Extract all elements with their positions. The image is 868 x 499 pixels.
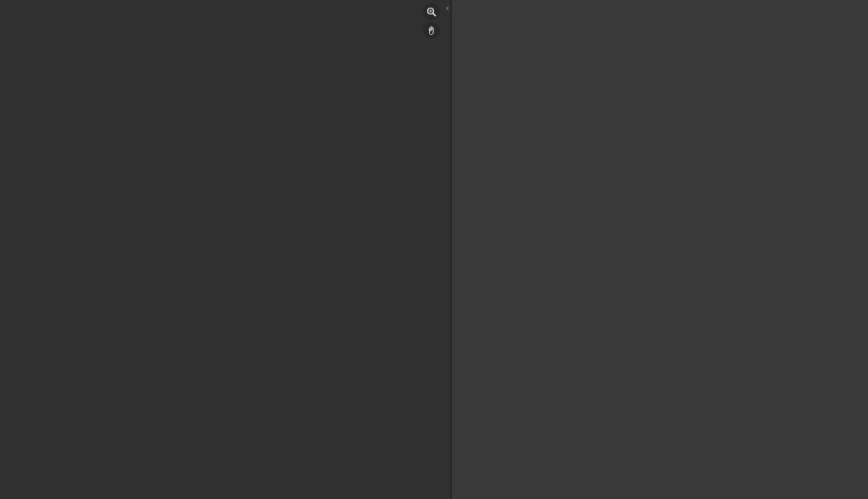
collapse-arrow[interactable]: ‹ — [446, 3, 449, 13]
viewport-canvas[interactable] — [452, 0, 868, 499]
zoom-icon[interactable] — [423, 3, 440, 20]
uv-nav-gizmos — [423, 3, 440, 39]
pan-hand-icon[interactable] — [423, 22, 440, 39]
viewport-3d[interactable] — [450, 0, 868, 499]
uv-canvas[interactable] — [0, 0, 450, 499]
uv-editor[interactable]: ‹ — [0, 0, 450, 499]
blender-window: ‹ — [0, 0, 868, 499]
